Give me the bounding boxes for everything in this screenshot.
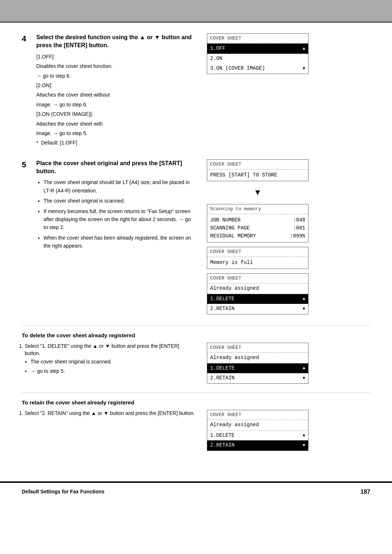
- lcd-delete-assigned-title: COVER SHEET: [207, 343, 308, 353]
- step-5-title: Place the cover sheet original and press…: [36, 159, 196, 176]
- lcd-delete-arrow-up-3: ▲: [303, 432, 305, 439]
- lcd-step4: COVER SHEET 1.OFF ▲ 2.ON 3.ON (COVER IMA…: [207, 33, 309, 74]
- lcd-retain-arrow-down-3: ▼: [303, 443, 305, 449]
- subsection-retain-content: Select "2. RETAIN" using the ▲ or ▼ butt…: [22, 410, 370, 451]
- subsection-retain: To retain the cover sheet already regist…: [22, 399, 370, 451]
- arrow-down-icon: ▼: [207, 187, 309, 198]
- step-5-left: 5 Place the cover sheet original and pre…: [22, 159, 196, 314]
- lcd-memory-full-body: Memory is full: [207, 257, 308, 269]
- lcd-delete-item: 1.DELETE ▲: [207, 294, 308, 304]
- lcd-retain-item: 2.RETAIN ▼: [207, 304, 308, 314]
- lcd-memory-full: COVER SHEET Memory is full: [207, 247, 309, 269]
- subsection-retain-left: Select "2. RETAIN" using the ▲ or ▼ butt…: [22, 410, 196, 451]
- lcd-step5-start-title: COVER SHEET: [207, 160, 308, 170]
- lcd-step4-item-1: 1.OFF ▲: [207, 44, 308, 54]
- lcd-retain-assigned-title: COVER SHEET: [207, 410, 308, 420]
- section-divider-2: [22, 392, 370, 393]
- subsection-delete-left: Select "1. DELETE" using the ▲ or ▼ butt…: [22, 343, 196, 384]
- step-4-right: COVER SHEET 1.OFF ▲ 2.ON 3.ON (COVER IMA…: [207, 33, 370, 148]
- lcd-delete-item-3: 1.DELETE ▲: [207, 431, 308, 441]
- lcd-step4-arrow-down: ▼: [303, 66, 305, 72]
- lcd-step4-item-2: 2.ON: [207, 54, 308, 64]
- step-5-body: The cover sheet original should be LT (A…: [22, 178, 196, 250]
- step-4-section: 4 Select the desired function using the …: [22, 33, 370, 148]
- lcd-delete-arrow-up-2: ▲: [303, 365, 305, 371]
- lcd-scanning-body: JOB NUMBER :048 SCANNING PAGE :001 RESID…: [207, 214, 308, 242]
- top-bar: [0, 0, 392, 22]
- footer-page-number: 187: [360, 488, 370, 496]
- step-4-number: 4: [22, 33, 32, 50]
- page-footer: Default Settings for Fax Functions 187: [0, 482, 392, 501]
- lcd-delete-assigned-subtitle: Already assigned: [207, 353, 308, 363]
- lcd-delete-item-2: 1.DELETE ▲: [207, 363, 308, 374]
- step-5-header: 5 Place the cover sheet original and pre…: [22, 159, 196, 176]
- subsection-retain-lcd: COVER SHEET Already assigned 1.DELETE ▲ …: [207, 410, 309, 451]
- step-5-section: 5 Place the cover sheet original and pre…: [22, 159, 370, 314]
- step-4-left: 4 Select the desired function using the …: [22, 33, 196, 148]
- lcd-memory-full-title: COVER SHEET: [207, 247, 308, 257]
- lcd-retain-assigned-subtitle: Already assigned: [207, 420, 308, 431]
- lcd-already-subtitle: Already assigned: [207, 284, 308, 294]
- step-4-body: [1.OFF]: Disables the cover sheet functi…: [22, 53, 196, 147]
- step-4-title: Select the desired function using the ▲ …: [36, 33, 196, 50]
- lcd-step4-arrow-up: ▲: [303, 46, 305, 52]
- subsection-delete: To delete the cover sheet already regist…: [22, 331, 370, 384]
- lcd-retain-item-3: 2.RETAIN ▼: [207, 440, 308, 451]
- step-4-header: 4 Select the desired function using the …: [22, 33, 196, 50]
- lcd-retain-assigned: COVER SHEET Already assigned 1.DELETE ▲ …: [207, 410, 309, 451]
- section-divider: [22, 325, 370, 326]
- lcd-step4-item-3: 3.ON (COVER IMAGE) ▼: [207, 64, 308, 74]
- step-5-right: COVER SHEET PRESS [START] TO STORE ▼ Sca…: [207, 159, 370, 314]
- lcd-already-assigned: COVER SHEET Already assigned 1.DELETE ▲ …: [207, 273, 309, 314]
- lcd-step5-start: COVER SHEET PRESS [START] TO STORE: [207, 159, 309, 182]
- lcd-retain-arrow-down-2: ▼: [303, 375, 305, 382]
- lcd-already-title: COVER SHEET: [207, 274, 308, 284]
- footer-label: Default Settings for Fax Functions: [22, 488, 105, 496]
- subsection-delete-header: To delete the cover sheet already regist…: [22, 331, 370, 339]
- subsection-delete-content: Select "1. DELETE" using the ▲ or ▼ butt…: [22, 343, 370, 384]
- lcd-scanning-title: Scanning to memory: [207, 204, 308, 214]
- lcd-retain-arrow-down: ▼: [303, 306, 305, 312]
- subsection-retain-header: To retain the cover sheet already regist…: [22, 399, 370, 406]
- step-5-number: 5: [22, 159, 32, 176]
- lcd-scanning: Scanning to memory JOB NUMBER :048 SCANN…: [207, 204, 309, 243]
- lcd-step5-start-body: PRESS [START] TO STORE: [207, 170, 308, 181]
- lcd-delete-arrow-up: ▲: [303, 296, 305, 302]
- subsection-delete-lcd: COVER SHEET Already assigned 1.DELETE ▲ …: [207, 343, 309, 384]
- lcd-step4-title: COVER SHEET: [207, 34, 308, 44]
- lcd-delete-assigned: COVER SHEET Already assigned 1.DELETE ▲ …: [207, 343, 309, 384]
- lcd-retain-item-2: 2.RETAIN ▼: [207, 373, 308, 383]
